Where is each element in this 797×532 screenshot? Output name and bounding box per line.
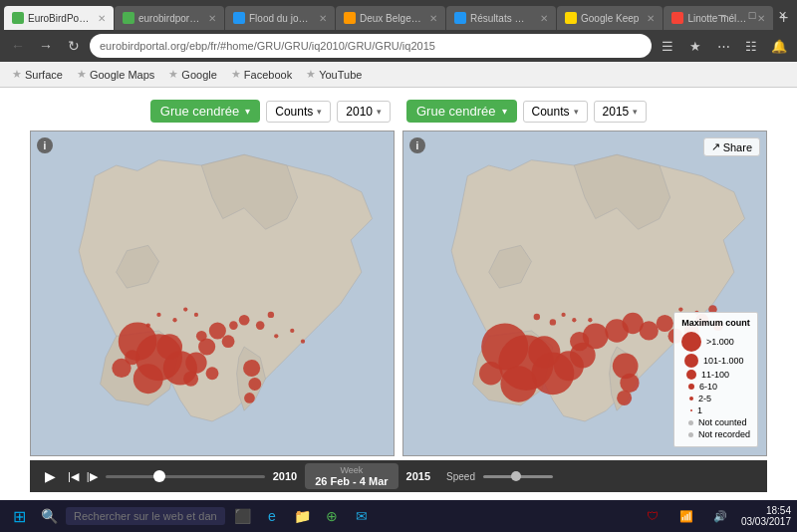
bookmark-star-icon: ★ bbox=[77, 68, 87, 81]
right-metric-dropdown[interactable]: Counts ▾ bbox=[523, 101, 588, 123]
right-species-select[interactable]: Grue cendrée ▾ bbox=[406, 100, 517, 123]
taskbar-volume-icon[interactable]: 🔊 bbox=[707, 503, 733, 529]
timeline-slider-thumb[interactable] bbox=[153, 470, 165, 482]
right-species-arrow: ▾ bbox=[502, 106, 507, 117]
svg-point-54 bbox=[550, 319, 556, 325]
right-control-group: Grue cendrée ▾ Counts ▾ 2015 ▾ bbox=[406, 100, 647, 123]
legend-label-5: 2-5 bbox=[698, 394, 711, 403]
taskbar-task-view[interactable]: ⬛ bbox=[229, 503, 255, 529]
left-info-button[interactable]: i bbox=[37, 137, 53, 153]
bookmark-surface[interactable]: ★ Surface bbox=[8, 66, 67, 83]
tab-favicon bbox=[671, 12, 683, 24]
svg-point-18 bbox=[239, 315, 250, 326]
week-dates: 26 Feb - 4 Mar bbox=[315, 475, 388, 487]
speed-label: Speed bbox=[446, 471, 475, 482]
browser-tab-t1[interactable]: EuroBirdPortal ✕ bbox=[4, 6, 114, 30]
taskbar-chrome-icon[interactable]: ⊕ bbox=[319, 503, 345, 529]
bookmark-google[interactable]: ★ Google bbox=[164, 66, 220, 83]
step-forward-button[interactable]: |▶ bbox=[87, 470, 98, 483]
taskbar-time: 18:54 03/03/2017 bbox=[741, 505, 791, 527]
svg-point-16 bbox=[248, 378, 261, 391]
bookmark-youtube[interactable]: ★ YouTube bbox=[302, 66, 366, 83]
tab-close-icon[interactable]: ✕ bbox=[319, 13, 327, 24]
year-right-label: 2015 bbox=[406, 470, 430, 482]
taskbar-start-button[interactable]: ⊞ bbox=[6, 503, 32, 529]
tab-close-icon[interactable]: ✕ bbox=[208, 13, 216, 24]
browser-tab-t6[interactable]: Google Keep ✕ bbox=[557, 6, 663, 30]
close-button[interactable]: ✕ bbox=[767, 0, 797, 30]
svg-point-56 bbox=[572, 318, 576, 322]
browser-tab-t5[interactable]: Résultats Google Rec ✕ bbox=[446, 6, 556, 30]
bookmark-google-maps[interactable]: ★ Google Maps bbox=[73, 66, 158, 83]
legend-item-7: Not counted bbox=[681, 417, 750, 427]
left-metric-arrow: ▾ bbox=[317, 107, 322, 117]
taskbar-search-icon[interactable]: 🔍 bbox=[36, 503, 62, 529]
play-button[interactable]: ▶ bbox=[40, 468, 60, 484]
tab-label: EuroBirdPortal bbox=[28, 13, 90, 24]
tab-close-icon[interactable]: ✕ bbox=[429, 13, 437, 24]
svg-point-53 bbox=[534, 314, 540, 320]
forward-button[interactable]: → bbox=[34, 34, 58, 58]
tab-favicon bbox=[233, 12, 245, 24]
timeline-slider-track[interactable] bbox=[106, 475, 265, 478]
svg-point-5 bbox=[156, 334, 182, 360]
address-box[interactable]: eurobirdportal.org/ebp/fr/#home/GRU/GRU/… bbox=[90, 34, 652, 58]
right-info-button[interactable]: i bbox=[409, 137, 425, 153]
svg-point-10 bbox=[183, 372, 198, 387]
speed-slider-thumb[interactable] bbox=[511, 471, 521, 481]
bookmark-facebook[interactable]: ★ Facebook bbox=[227, 66, 296, 83]
svg-point-49 bbox=[617, 391, 632, 405]
maximize-button[interactable]: □ bbox=[737, 0, 767, 30]
left-year-dropdown[interactable]: 2010 ▾ bbox=[337, 101, 391, 123]
bookmark-label: Surface bbox=[25, 69, 63, 81]
taskbar-edge-icon[interactable]: e bbox=[259, 503, 285, 529]
svg-point-38 bbox=[479, 362, 503, 386]
taskbar-security-icon[interactable]: 🛡 bbox=[640, 503, 665, 529]
address-text: eurobirdportal.org/ebp/fr/#home/GRU/GRU/… bbox=[100, 40, 435, 52]
back-button[interactable]: ← bbox=[6, 34, 30, 58]
right-metric-label: Counts bbox=[532, 105, 570, 119]
legend-item-3: 11-100 bbox=[681, 370, 750, 380]
legend-dot-not-counted bbox=[688, 420, 693, 425]
tab-close-icon[interactable]: ✕ bbox=[540, 13, 548, 24]
share-button[interactable]: ↗ Share bbox=[703, 137, 760, 156]
step-start-button[interactable]: |◀ bbox=[68, 470, 79, 483]
legend-label-7: Not counted bbox=[698, 417, 747, 427]
taskbar-mail-icon[interactable]: ✉ bbox=[349, 503, 375, 529]
taskbar-clock: 18:54 bbox=[741, 505, 791, 516]
right-year-label: 2015 bbox=[603, 105, 630, 119]
svg-point-48 bbox=[620, 374, 639, 393]
tab-close-icon[interactable]: ✕ bbox=[647, 13, 655, 24]
svg-point-4 bbox=[133, 364, 163, 394]
left-species-select[interactable]: Grue cendrée ▾ bbox=[150, 100, 261, 123]
speed-slider-track[interactable] bbox=[483, 475, 553, 478]
tab-close-icon[interactable]: ✕ bbox=[98, 13, 106, 24]
browser-tab-t4[interactable]: Deux Belges décider ✕ bbox=[336, 6, 445, 30]
notifications-icon[interactable]: 🔔 bbox=[767, 34, 791, 58]
browser-tab-t2[interactable]: eurobirdportal - Recl ✕ bbox=[115, 6, 224, 30]
hub-icon[interactable]: ☷ bbox=[739, 34, 763, 58]
map-legend: Maximum count >1.000 101-1.000 11-100 6-… bbox=[673, 312, 758, 447]
bookmark-star-icon: ★ bbox=[306, 68, 316, 81]
taskbar-search-input[interactable] bbox=[66, 507, 225, 525]
tab-label: Google Keep bbox=[581, 13, 639, 24]
favorites-icon[interactable]: ★ bbox=[683, 34, 707, 58]
svg-point-11 bbox=[206, 367, 219, 380]
legend-item-6: 1 bbox=[681, 405, 750, 415]
legend-item-4: 6-10 bbox=[681, 382, 750, 392]
taskbar-explorer-icon[interactable]: 📁 bbox=[289, 503, 315, 529]
menu-icon[interactable]: ⋯ bbox=[711, 34, 735, 58]
browser-tab-t3[interactable]: Flood du jour ! - Pag ✕ bbox=[225, 6, 335, 30]
left-metric-dropdown[interactable]: Counts ▾ bbox=[266, 101, 331, 123]
right-year-dropdown[interactable]: 2015 ▾ bbox=[594, 101, 648, 123]
legend-label-8: Not recorded bbox=[698, 429, 750, 439]
refresh-button[interactable]: ↻ bbox=[62, 34, 86, 58]
bookmark-label: Google bbox=[181, 69, 216, 81]
legend-label-2: 101-1.000 bbox=[703, 356, 744, 366]
tab-bar: EuroBirdPortal ✕ eurobirdportal - Recl ✕… bbox=[0, 0, 797, 30]
reading-mode-icon[interactable]: ☰ bbox=[656, 34, 679, 58]
left-map-svg bbox=[31, 132, 394, 455]
taskbar-network-icon[interactable]: 📶 bbox=[673, 503, 699, 529]
tab-favicon bbox=[12, 12, 24, 24]
minimize-button[interactable]: ─ bbox=[707, 0, 737, 30]
